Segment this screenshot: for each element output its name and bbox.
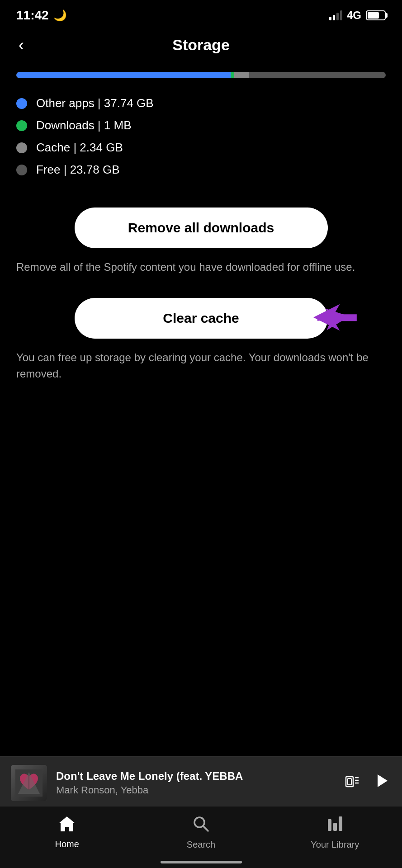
signal-bars-icon <box>329 10 342 20</box>
back-button[interactable]: ‹ <box>16 35 26 56</box>
legend-item-cache: Cache | 2.34 GB <box>16 141 386 155</box>
cast-icon[interactable] <box>344 773 360 793</box>
battery-icon <box>366 10 386 20</box>
clear-cache-section: Clear cache <box>0 289 402 339</box>
svg-marker-10 <box>378 774 388 787</box>
storage-bar-container <box>0 63 402 92</box>
remove-downloads-description: Remove all of the Spotify content you ha… <box>0 248 402 289</box>
status-time: 11:42 <box>16 8 49 23</box>
moon-icon: 🌙 <box>53 9 67 22</box>
track-artist: Mark Ronson, Yebba <box>56 784 335 796</box>
storage-bar-other-apps <box>16 72 231 78</box>
clear-cache-button[interactable]: Clear cache <box>75 298 328 339</box>
svg-line-12 <box>203 826 208 831</box>
legend-dot-free <box>16 165 27 175</box>
page-header: ‹ Storage <box>0 27 402 63</box>
now-playing-controls <box>344 771 391 795</box>
bottom-navigation: Home Search Your Library <box>0 806 402 868</box>
svg-rect-13 <box>328 819 331 831</box>
nav-label-home: Home <box>55 839 79 849</box>
home-indicator <box>161 861 242 863</box>
svg-rect-5 <box>348 778 351 785</box>
nav-item-library[interactable]: Your Library <box>308 815 362 850</box>
storage-bar <box>16 72 386 78</box>
status-bar: 11:42 🌙 4G <box>0 0 402 27</box>
legend-label-downloads: Downloads | 1 MB <box>36 118 132 132</box>
home-icon <box>58 815 76 836</box>
legend-label-other-apps: Other apps | 37.74 GB <box>36 96 154 110</box>
legend-label-cache: Cache | 2.34 GB <box>36 141 123 155</box>
remove-downloads-button[interactable]: Remove all downloads <box>75 208 328 248</box>
track-info: Don't Leave Me Lonely (feat. YEBBA Mark … <box>56 770 335 796</box>
legend-item-downloads: Downloads | 1 MB <box>16 118 386 132</box>
album-art-svg <box>15 769 43 797</box>
now-playing-bar[interactable]: Don't Leave Me Lonely (feat. YEBBA Mark … <box>0 756 402 809</box>
legend-dot-downloads <box>16 120 27 131</box>
track-title: Don't Leave Me Lonely (feat. YEBBA <box>56 770 335 783</box>
storage-bar-downloads <box>231 72 234 78</box>
arrow-annotation <box>313 299 359 337</box>
album-art-image <box>11 765 47 801</box>
storage-bar-cache <box>234 72 249 78</box>
library-icon <box>326 815 344 837</box>
storage-legend: Other apps | 37.74 GB Downloads | 1 MB C… <box>0 92 402 198</box>
svg-marker-1 <box>313 304 357 330</box>
nav-label-search: Search <box>187 840 215 850</box>
clear-cache-button-row: Clear cache <box>16 298 386 339</box>
nav-item-search[interactable]: Search <box>174 815 228 850</box>
network-type: 4G <box>347 9 361 22</box>
legend-item-other-apps: Other apps | 37.74 GB <box>16 96 386 110</box>
legend-dot-other-apps <box>16 98 27 109</box>
svg-rect-15 <box>339 816 342 831</box>
album-art <box>11 765 47 801</box>
svg-rect-2 <box>15 769 43 797</box>
svg-rect-14 <box>333 823 337 831</box>
purple-arrow-icon <box>313 299 359 335</box>
legend-dot-cache <box>16 142 27 153</box>
search-icon <box>192 815 210 837</box>
play-button[interactable] <box>371 771 391 795</box>
page-title: Storage <box>172 36 230 54</box>
nav-label-library: Your Library <box>311 840 359 850</box>
remove-downloads-section: Remove all downloads <box>0 198 402 248</box>
clear-cache-description: You can free up storage by clearing your… <box>0 339 402 396</box>
status-icons: 4G <box>329 9 386 22</box>
legend-item-free: Free | 23.78 GB <box>16 163 386 177</box>
legend-label-free: Free | 23.78 GB <box>36 163 120 177</box>
nav-item-home[interactable]: Home <box>40 815 94 849</box>
